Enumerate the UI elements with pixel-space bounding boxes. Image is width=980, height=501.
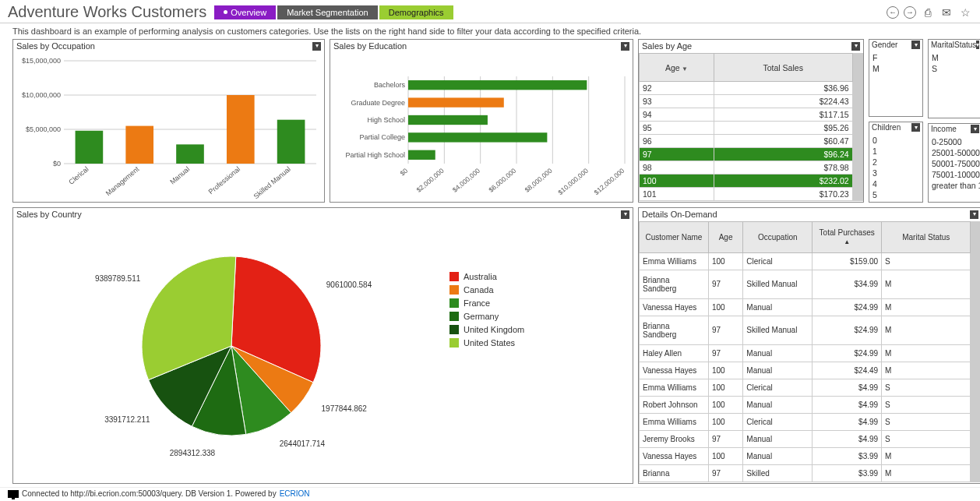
- panel-menu-icon[interactable]: [911, 123, 920, 132]
- slicer-children-title: Children: [872, 123, 901, 132]
- table-row[interactable]: 100$232.02: [640, 175, 853, 188]
- legend-label: United States: [464, 338, 515, 348]
- table-row[interactable]: Vanessa Hayes100Manual$3.99M: [640, 447, 971, 464]
- slicer-item[interactable]: F: [872, 52, 919, 63]
- slicer-item[interactable]: S: [932, 63, 978, 74]
- slicer-item[interactable]: M: [932, 52, 978, 63]
- svg-rect-40: [408, 150, 435, 160]
- svg-text:$8,000,000: $8,000,000: [523, 167, 554, 194]
- svg-rect-10: [125, 126, 153, 164]
- legend-item[interactable]: Australia: [449, 272, 524, 281]
- slicer-item[interactable]: M: [872, 63, 919, 74]
- slicer-item[interactable]: 3: [872, 168, 919, 178]
- tab-overview[interactable]: Overview: [214, 5, 276, 19]
- slicer-marital: MaritalStatus MS: [928, 39, 980, 118]
- legend-label: United Kingdom: [464, 325, 524, 334]
- legend-swatch: [449, 325, 459, 334]
- table-row[interactable]: Brianna Sandberg97Skilled Manual$24.99M: [640, 316, 971, 344]
- table-row[interactable]: Vanessa Hayes100Manual$24.99M: [640, 298, 971, 316]
- svg-text:Partial High School: Partial High School: [345, 151, 405, 159]
- table-sales-age[interactable]: AgeTotal Sales92$36.9693$224.4394$117.15…: [639, 53, 853, 201]
- export-pdf-icon[interactable]: ⎙: [921, 5, 935, 19]
- slicer-children-body[interactable]: 012345: [869, 133, 922, 202]
- slicer-item[interactable]: 25001-50000: [932, 147, 978, 158]
- email-icon[interactable]: ✉: [939, 5, 954, 19]
- tab-demographics[interactable]: Demographics: [379, 5, 453, 19]
- panel-menu-icon[interactable]: [976, 41, 979, 49]
- panel-sales-country: Sales by Country 9061000.5841977844.8622…: [12, 207, 633, 484]
- table-row[interactable]: Robert Johnson100Manual$4.99S: [640, 397, 971, 414]
- legend-item[interactable]: France: [449, 298, 524, 308]
- legend-item[interactable]: United States: [449, 338, 524, 348]
- slicer-item[interactable]: 1: [872, 146, 919, 157]
- panel-sales-education: Sales by Education $0$2,000,000$4,000,00…: [330, 39, 633, 203]
- slicer-marital-body[interactable]: MS: [929, 51, 980, 76]
- nav-forward-icon[interactable]: →: [904, 6, 916, 19]
- table-row[interactable]: Vanessa Hayes100Manual$24.49M: [640, 362, 971, 379]
- panel-menu-icon[interactable]: [312, 42, 321, 51]
- table-row[interactable]: 98$78.98: [640, 161, 853, 175]
- panel-menu-icon[interactable]: [851, 42, 860, 51]
- table-row[interactable]: 95$95.26: [640, 122, 853, 135]
- legend-item[interactable]: United Kingdom: [449, 325, 524, 334]
- slicer-marital-title: MaritalStatus: [931, 41, 976, 49]
- slicer-gender: Gender FM: [869, 39, 923, 117]
- svg-text:Partial College: Partial College: [359, 133, 405, 141]
- svg-rect-12: [176, 144, 204, 164]
- nav-back-icon[interactable]: ←: [887, 6, 899, 19]
- chart-sales-country[interactable]: 9061000.5841977844.8622644017.7142894312…: [13, 221, 633, 484]
- legend-item[interactable]: Germany: [449, 312, 524, 321]
- scrollbar[interactable]: [971, 221, 980, 482]
- dot-icon: [224, 10, 227, 14]
- table-row[interactable]: Jeremy Brooks97Manual$4.99S: [640, 430, 971, 447]
- table-row[interactable]: 97$96.24: [640, 148, 853, 161]
- slicer-item[interactable]: 2: [872, 157, 919, 168]
- svg-rect-34: [408, 97, 504, 107]
- favorite-icon[interactable]: ☆: [958, 5, 972, 19]
- svg-text:$12,000,000: $12,000,000: [593, 167, 626, 196]
- svg-text:2644017.714: 2644017.714: [280, 439, 326, 448]
- slicer-item[interactable]: 0: [872, 135, 919, 146]
- legend-swatch: [449, 285, 459, 295]
- table-row[interactable]: Brianna97Skilled$3.99M: [640, 464, 971, 482]
- slicer-item[interactable]: 50001-75000: [932, 158, 978, 169]
- ecrion-link[interactable]: ECRION: [280, 489, 310, 498]
- panel-menu-icon[interactable]: [971, 125, 979, 133]
- slicer-item[interactable]: greater than 100: [932, 180, 978, 191]
- svg-text:$6,000,000: $6,000,000: [487, 167, 517, 194]
- panel-details: Details On-Demand Customer NameAgeOccupa…: [638, 207, 980, 484]
- table-row[interactable]: Emma Williams100Clerical$4.99S: [640, 413, 971, 430]
- table-row[interactable]: Emma Williams100Clerical$159.00S: [640, 252, 971, 270]
- slicer-income-body[interactable]: 0-2500025001-5000050001-7500075001-10000…: [929, 135, 980, 192]
- panel-menu-icon[interactable]: [911, 41, 920, 49]
- table-row[interactable]: 96$60.47: [640, 135, 853, 148]
- svg-rect-8: [76, 131, 104, 164]
- scrollbar[interactable]: [853, 53, 863, 201]
- table-row[interactable]: 94$117.15: [640, 108, 853, 122]
- panel-menu-icon[interactable]: [970, 210, 978, 219]
- table-row[interactable]: Haley Allen97Manual$24.99M: [640, 345, 971, 362]
- table-row[interactable]: Brianna Sandberg97Skilled Manual$34.99M: [640, 270, 971, 298]
- chart-sales-occupation[interactable]: $0$5,000,000$10,000,000$15,000,000Cleric…: [13, 53, 324, 203]
- svg-text:Professional: Professional: [207, 165, 241, 196]
- table-row[interactable]: 93$224.43: [640, 95, 853, 108]
- table-details[interactable]: Customer NameAgeOccupationTotal Purchase…: [639, 221, 971, 482]
- tab-market-segmentation[interactable]: Market Segmentation: [277, 5, 378, 19]
- table-row[interactable]: 101$170.23: [640, 188, 853, 201]
- status-bar: Connected to http://bi.ecrion.com:50003/…: [0, 487, 980, 499]
- chart-sales-education[interactable]: $0$2,000,000$4,000,000$6,000,000$8,000,0…: [330, 53, 633, 203]
- slicer-item[interactable]: 0-25000: [932, 136, 978, 147]
- table-row[interactable]: 92$36.96: [640, 82, 853, 95]
- slicer-income-title: Income: [931, 125, 957, 133]
- table-row[interactable]: Emma Williams100Clerical$4.99S: [640, 379, 971, 397]
- panel-menu-icon[interactable]: [621, 210, 629, 219]
- panel-menu-icon[interactable]: [621, 42, 629, 51]
- legend-item[interactable]: Canada: [449, 285, 524, 295]
- slicer-item[interactable]: 4: [872, 178, 919, 189]
- slicer-item[interactable]: 75001-100000: [932, 169, 978, 180]
- svg-text:Clerical: Clerical: [67, 165, 90, 186]
- slicer-item[interactable]: 5: [872, 189, 919, 200]
- slicer-gender-title: Gender: [872, 41, 897, 49]
- svg-text:$15,000,000: $15,000,000: [22, 57, 61, 65]
- slicer-gender-body[interactable]: FM: [869, 51, 922, 76]
